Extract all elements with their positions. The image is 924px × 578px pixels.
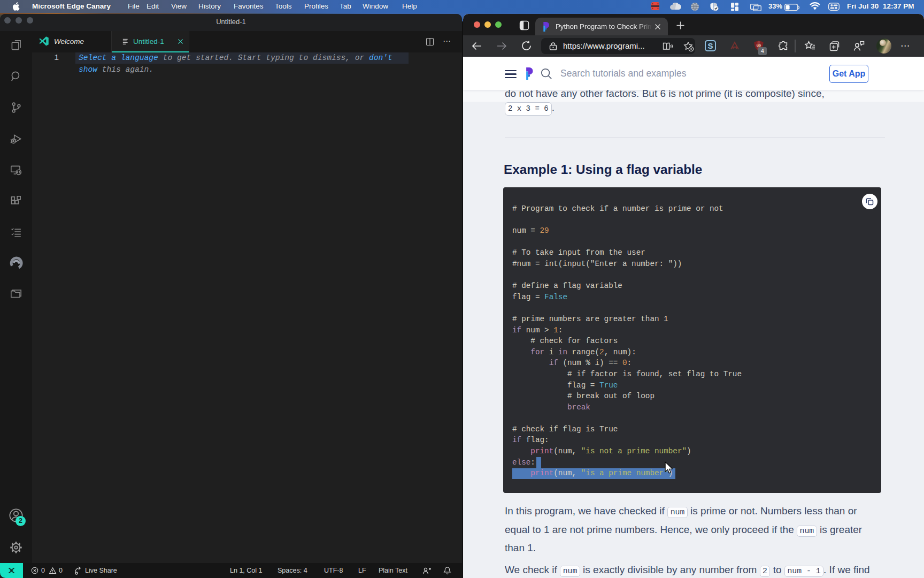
svg-text:uo: uo	[757, 43, 761, 47]
